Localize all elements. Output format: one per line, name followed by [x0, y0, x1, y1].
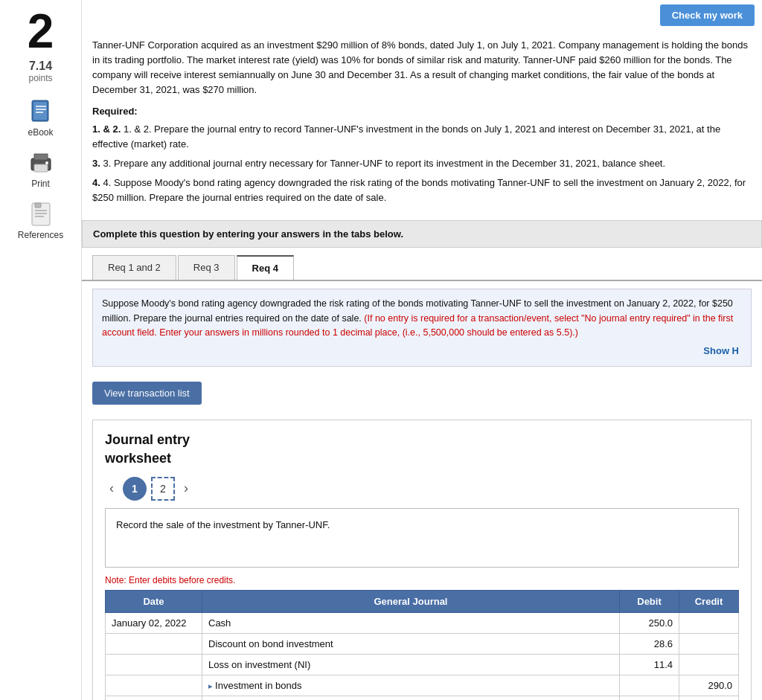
table-row: ▸ Investment in bonds290.0 [106, 675, 739, 696]
journal-debit-cell[interactable]: 11.4 [620, 654, 679, 675]
record-description-box: Record the sale of the investment by Tan… [105, 508, 739, 568]
col-header-date: Date [106, 590, 202, 612]
journal-account-cell[interactable]: Cash [202, 612, 620, 633]
sidebar-item-ebook[interactable]: eBook [28, 98, 54, 138]
check-my-work-button[interactable]: Check my work [660, 4, 755, 26]
journal-account-cell[interactable]: ▸ Investment in bonds [202, 675, 620, 696]
journal-date-cell [106, 654, 202, 675]
required-heading: Required: [92, 104, 752, 119]
journal-debit-cell[interactable]: 28.6 [620, 633, 679, 654]
journal-debit-cell[interactable]: 250.0 [620, 612, 679, 633]
col-header-credit: Credit [679, 590, 739, 612]
svg-rect-1 [33, 102, 47, 120]
table-row: Loss on investment (NI)11.4 [106, 654, 739, 675]
journal-title: Journal entry [105, 432, 739, 448]
journal-entry-worksheet: Journal entry worksheet ‹ 1 2 › Record t… [92, 420, 752, 700]
journal-credit-cell[interactable] [679, 654, 739, 675]
journal-title2: worksheet [105, 451, 739, 466]
col-header-debit: Debit [620, 590, 679, 612]
main-content: Check my work Tanner-UNF Corporation acq… [82, 0, 762, 700]
note-text: Note: Enter debits before credits. [105, 575, 739, 585]
table-row: Discount on bond investment28.6 [106, 633, 739, 654]
tab-req1and2[interactable]: Req 1 and 2 [92, 255, 176, 280]
tab-req4[interactable]: Req 4 [237, 255, 294, 280]
page-2-button[interactable]: 2 [151, 477, 175, 501]
table-row: January 02, 2022Cash250.0 [106, 612, 739, 633]
table-row [106, 696, 739, 700]
problem-body: Tanner-UNF Corporation acquired as an in… [92, 38, 752, 98]
ebook-label: eBook [28, 127, 53, 138]
ebook-icon [28, 98, 54, 125]
view-transaction-row: View transaction list [82, 374, 762, 412]
journal-credit-cell[interactable] [679, 696, 739, 700]
svg-rect-6 [34, 154, 48, 160]
record-description-text: Record the sale of the investment by Tan… [116, 519, 330, 530]
journal-debit-cell[interactable] [620, 675, 679, 696]
view-transaction-button[interactable]: View transaction list [92, 382, 202, 405]
next-page-button[interactable]: › [179, 479, 193, 498]
journal-account-cell[interactable] [202, 696, 620, 700]
page-1-active[interactable]: 1 [123, 477, 147, 501]
journal-account-cell[interactable]: Discount on bond investment [202, 633, 620, 654]
journal-credit-cell[interactable] [679, 612, 739, 633]
print-icon [28, 150, 54, 176]
info-box: Suppose Moody's bond rating agency downg… [92, 289, 752, 366]
journal-credit-cell[interactable]: 290.0 [679, 675, 739, 696]
journal-debit-cell[interactable] [620, 696, 679, 700]
svg-rect-7 [34, 164, 48, 172]
journal-date-cell [106, 633, 202, 654]
prev-page-button[interactable]: ‹ [105, 479, 118, 498]
instruction-bar: Complete this question by entering your … [82, 220, 762, 248]
references-icon [28, 201, 54, 228]
problem-number: 2 [28, 7, 54, 55]
req4-text: 4. 4. Suppose Moody's bond rating agency… [92, 176, 752, 205]
sidebar-item-references[interactable]: References [18, 201, 63, 240]
sidebar-item-print[interactable]: Print [28, 150, 54, 189]
journal-account-cell[interactable]: Loss on investment (NI) [202, 654, 620, 675]
journal-table: Date General Journal Debit Credit Januar… [105, 590, 739, 700]
points-label: points [28, 73, 52, 83]
show-hint-link[interactable]: Show H [102, 344, 742, 359]
col-header-general-journal: General Journal [202, 590, 620, 612]
tabs-container: Req 1 and 2 Req 3 Req 4 [82, 255, 762, 281]
top-bar: Check my work [82, 0, 762, 30]
journal-credit-cell[interactable] [679, 633, 739, 654]
tab-req3[interactable]: Req 3 [178, 255, 235, 280]
journal-pagination: ‹ 1 2 › [105, 477, 739, 501]
points-value: 7.14 [29, 60, 52, 73]
journal-date-cell [106, 696, 202, 700]
sidebar: 2 7.14 points eBook [0, 0, 82, 700]
svg-point-8 [45, 161, 48, 164]
print-label: Print [31, 179, 50, 189]
references-label: References [18, 230, 63, 240]
journal-date-cell: January 02, 2022 [106, 612, 202, 633]
req3-text: 3. 3. Prepare any additional journal ent… [92, 156, 752, 171]
req1-text: 1. & 2. 1. & 2. Prepare the journal entr… [92, 122, 752, 152]
journal-date-cell [106, 675, 202, 696]
problem-text-area: Tanner-UNF Corporation acquired as an in… [82, 30, 762, 220]
svg-rect-10 [35, 203, 41, 208]
